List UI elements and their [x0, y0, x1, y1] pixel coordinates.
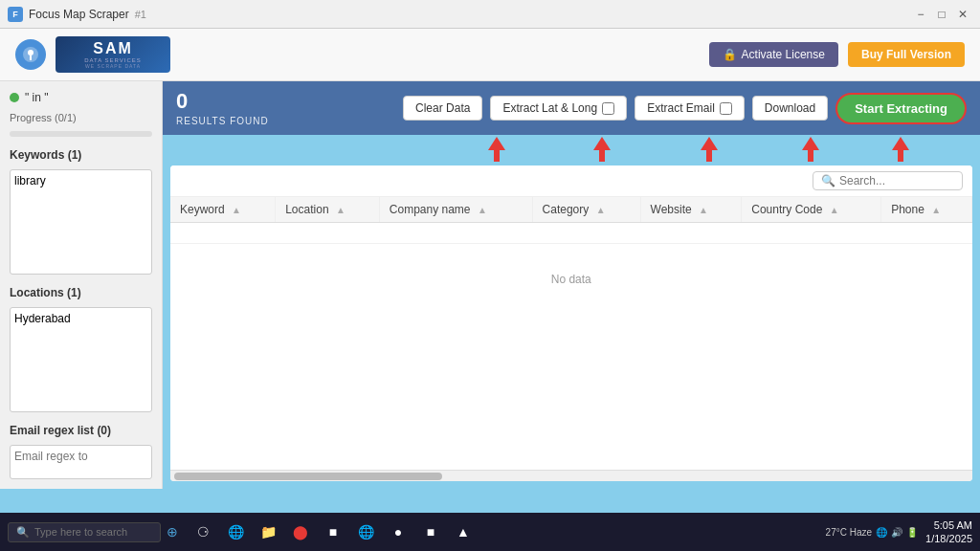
extract-email-button[interactable]: Extract Email	[635, 96, 745, 121]
download-arrow	[800, 135, 821, 165]
search-icon: 🔍	[821, 174, 835, 187]
activate-license-button[interactable]: 🔒 Activate License	[709, 42, 838, 67]
taskbar-app-edge[interactable]: 🌐	[220, 517, 251, 547]
status-line: " in "	[10, 91, 152, 104]
extract-email-checkbox[interactable]	[720, 102, 732, 115]
svg-marker-4	[701, 137, 718, 162]
extract-lat-checkbox[interactable]	[602, 102, 614, 115]
col-phone: Phone ▲	[881, 197, 972, 223]
buy-full-version-button[interactable]: Buy Full Version	[848, 42, 965, 67]
map-icon	[21, 45, 40, 64]
cortana-icon[interactable]: ⊕	[167, 524, 178, 540]
taskbar-app-chrome[interactable]: ⬤	[285, 517, 316, 547]
battery-icon: 🔋	[906, 527, 918, 538]
filter-icon-3[interactable]: ▲	[478, 205, 487, 215]
filter-icon[interactable]: ▲	[232, 205, 241, 215]
taskbar-apps: ⚆ 🌐 📁 ⬤ ■ 🌐 ● ■ ▲	[188, 517, 479, 547]
header-buttons: 🔒 Activate License Buy Full Version	[709, 42, 965, 67]
taskbar-search[interactable]: 🔍	[8, 522, 161, 542]
progress-label: Progress (0/1)	[10, 112, 152, 123]
svg-marker-2	[488, 137, 505, 162]
table-scroll-container[interactable]: Keyword ▲ Location ▲ Company name ▲	[170, 197, 972, 470]
extract-lat-long-button[interactable]: Extract Lat & Long	[490, 96, 627, 121]
keywords-input[interactable]: library	[10, 169, 152, 275]
title-bar: F Focus Map Scraper #1 − □ ✕	[0, 0, 980, 29]
clear-data-arrow	[486, 135, 507, 165]
results-header: 0 RESULTS FOUND Clear Data Extract Lat &…	[163, 81, 980, 135]
extract-email-arrow	[699, 135, 720, 165]
search-input[interactable]	[839, 174, 954, 187]
svg-marker-6	[892, 137, 909, 162]
app-icon: F	[8, 7, 23, 22]
table-header: Keyword ▲ Location ▲ Company name ▲	[170, 197, 972, 223]
close-button[interactable]: ✕	[953, 5, 972, 24]
sam-logo-tagline: WE SCRAPE DATA	[85, 63, 141, 69]
email-regex-input[interactable]	[10, 445, 152, 479]
results-number: 0	[176, 89, 269, 114]
taskbar-search-input[interactable]	[34, 526, 149, 538]
locations-input[interactable]: Hyderabad	[10, 307, 152, 412]
filter-icon-2[interactable]: ▲	[336, 205, 345, 215]
maximize-button[interactable]: □	[932, 5, 951, 24]
email-regex-label: Email regex list (0)	[10, 424, 152, 437]
taskbar-app-3[interactable]: ●	[383, 517, 413, 547]
start-extracting-button[interactable]: Start Extracting	[835, 93, 967, 124]
table-header-row: Keyword ▲ Location ▲ Company name ▲	[170, 197, 972, 223]
taskbar-search-icon: 🔍	[16, 526, 30, 539]
col-website: Website ▲	[640, 197, 742, 223]
taskbar-app-5[interactable]: ▲	[448, 517, 479, 547]
extract-lat-arrow	[591, 135, 612, 165]
progress-bar-container	[10, 131, 152, 137]
lock-icon: 🔒	[723, 48, 737, 61]
results-table: Keyword ▲ Location ▲ Company name ▲	[170, 197, 972, 315]
col-company-name: Company name ▲	[379, 197, 532, 223]
up-arrow-icon-4	[800, 135, 821, 162]
start-extracting-arrow	[890, 135, 911, 165]
app-header: SAM DATA SERVICES WE SCRAPE DATA 🔒 Activ…	[0, 29, 980, 81]
arrow-annotations	[163, 135, 980, 165]
extract-email-label: Extract Email	[647, 101, 715, 115]
svg-marker-3	[593, 137, 611, 162]
download-button[interactable]: Download	[752, 96, 828, 121]
svg-point-1	[28, 50, 33, 55]
taskbar-app-explorer[interactable]: 📁	[253, 517, 283, 547]
activate-label: Activate License	[742, 48, 825, 61]
clear-data-button[interactable]: Clear Data	[403, 96, 482, 121]
taskbar-app-1[interactable]: ■	[318, 517, 348, 547]
taskbar-app-4[interactable]: ■	[415, 517, 446, 547]
svg-marker-5	[802, 137, 819, 162]
horizontal-scrollbar[interactable]	[170, 470, 972, 481]
minimize-button[interactable]: −	[911, 5, 930, 24]
table-body: No data	[170, 223, 972, 316]
logo-circle-icon	[15, 39, 46, 70]
col-keyword: Keyword ▲	[170, 197, 276, 223]
empty-row-1	[170, 223, 972, 244]
taskbar-app-focus[interactable]: 🌐	[350, 517, 381, 547]
keywords-label: Keywords (1)	[10, 148, 152, 162]
filter-icon-4[interactable]: ▲	[596, 205, 606, 215]
status-dot	[10, 93, 19, 102]
app-badge: #1	[135, 9, 146, 20]
sam-logo: SAM DATA SERVICES WE SCRAPE DATA	[56, 36, 170, 73]
main-panel: 0 RESULTS FOUND Clear Data Extract Lat &…	[163, 81, 980, 489]
scrollbar-thumb[interactable]	[174, 473, 442, 480]
volume-icon: 🔊	[891, 527, 902, 538]
up-arrow-icon-5	[890, 135, 911, 162]
col-location: Location ▲	[276, 197, 380, 223]
app-title: Focus Map Scraper	[29, 8, 129, 21]
up-arrow-icon-3	[699, 135, 720, 162]
up-arrow-icon	[486, 135, 507, 162]
filter-icon-6[interactable]: ▲	[830, 205, 839, 215]
title-bar-left: F Focus Map Scraper #1	[8, 7, 146, 22]
taskbar-time: 5:05 AM 1/18/2025	[925, 518, 972, 546]
filter-icon-5[interactable]: ▲	[699, 205, 708, 215]
filter-icon-7[interactable]: ▲	[931, 205, 941, 215]
data-table-area: 🔍 Keyword ▲ Location ▲	[170, 165, 972, 481]
time-display: 5:05 AM	[934, 518, 972, 532]
app-logo: SAM DATA SERVICES WE SCRAPE DATA	[15, 36, 170, 73]
date-display: 1/18/2025	[925, 532, 972, 545]
taskbar-app-taskview[interactable]: ⚆	[188, 517, 218, 547]
no-data-label: No data	[170, 244, 972, 316]
up-arrow-icon-2	[591, 135, 612, 162]
table-search-row: 🔍	[170, 165, 972, 197]
